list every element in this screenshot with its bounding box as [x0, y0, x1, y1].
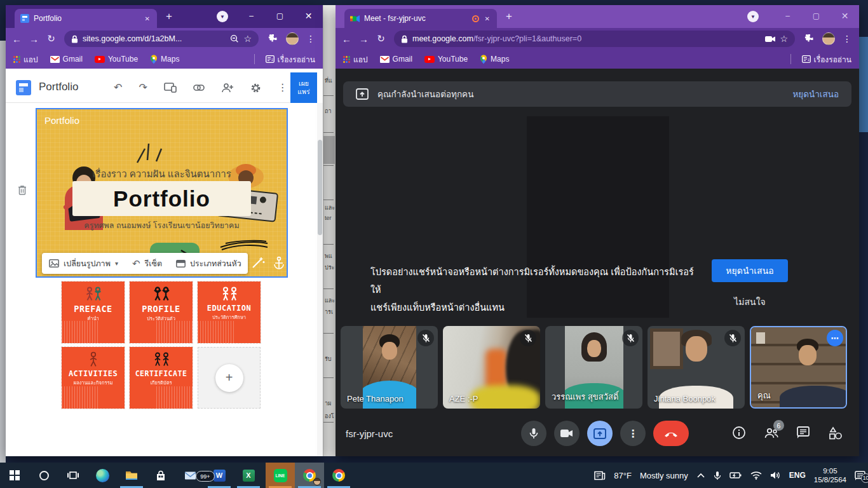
- browser-menu-icon[interactable]: ⋮: [843, 34, 851, 44]
- mic-button[interactable]: [521, 421, 546, 446]
- participant-tile[interactable]: Jintana Boonpok: [648, 326, 745, 409]
- extensions-puzzle-icon[interactable]: [268, 34, 278, 44]
- browser-menu-icon[interactable]: ⋮: [306, 34, 315, 44]
- tile-profile[interactable]: PROFILE ประวัติส่วนตัว: [130, 281, 193, 343]
- bookmark-gmail[interactable]: Gmail: [380, 55, 412, 64]
- bookmark-star-icon[interactable]: ☆: [243, 34, 252, 44]
- line-taskbar-icon[interactable]: LINE: [266, 463, 295, 488]
- bookmark-apps[interactable]: แอป: [343, 53, 368, 65]
- change-image-button[interactable]: เปลี่ยนรูปภาพ ▾: [42, 257, 125, 270]
- add-button[interactable]: +: [215, 364, 243, 392]
- address-bar[interactable]: sites.google.com/d/1a2bM... ☆: [64, 30, 259, 47]
- reload-button[interactable]: ↻: [43, 33, 60, 44]
- camera-button[interactable]: [554, 421, 580, 446]
- hang-up-button[interactable]: [653, 421, 689, 446]
- clock[interactable]: 9:05 15/8/2564: [814, 466, 846, 484]
- tab-search-icon[interactable]: ▼: [217, 11, 228, 22]
- minimize-button[interactable]: –: [773, 5, 802, 27]
- volume-icon[interactable]: [770, 471, 781, 480]
- undo-icon[interactable]: ↶: [114, 82, 122, 93]
- site-title[interactable]: Portfolio: [39, 81, 78, 93]
- close-button[interactable]: ✕: [294, 5, 323, 27]
- delete-section-icon[interactable]: [17, 184, 27, 196]
- close-button[interactable]: ✕: [831, 5, 859, 27]
- magic-wand-icon[interactable]: [251, 255, 265, 269]
- camera-in-use-icon[interactable]: [765, 36, 775, 43]
- editor-more-icon[interactable]: ⋮: [278, 82, 288, 93]
- battery-icon[interactable]: [729, 471, 742, 480]
- tile-certificate[interactable]: CERTIFICATE เกียรติบัตร: [130, 347, 193, 409]
- reading-list[interactable]: เรื่องรออ่าน: [266, 53, 315, 65]
- publish-button[interactable]: เผย แพร่: [290, 72, 317, 103]
- wifi-icon[interactable]: [750, 471, 762, 480]
- activities-icon[interactable]: [829, 426, 843, 440]
- reload-button[interactable]: ↻: [372, 33, 390, 44]
- mail-taskbar-icon[interactable]: 99+: [175, 463, 205, 488]
- start-button[interactable]: [0, 463, 29, 488]
- tile-activities[interactable]: ACTIVITIES ผลงานและกิจกรรม: [62, 347, 125, 409]
- anchor-icon[interactable]: [273, 256, 285, 270]
- new-tab-button[interactable]: +: [506, 10, 512, 23]
- task-view-button[interactable]: [58, 463, 88, 488]
- news-weather-icon[interactable]: [594, 471, 606, 480]
- forward-button[interactable]: →: [355, 34, 372, 44]
- minimize-button[interactable]: –: [237, 5, 266, 27]
- reading-list[interactable]: เรื่องรออ่าน: [802, 53, 851, 65]
- tab-meet[interactable]: Meet - fsr-yjpr-uvc ✕: [344, 9, 497, 28]
- bookmark-youtube[interactable]: YouTube: [95, 55, 138, 64]
- scrollbar-thumb[interactable]: [318, 140, 322, 235]
- tab-search-icon[interactable]: ▼: [747, 11, 759, 22]
- more-options-button[interactable]: ⋮: [620, 421, 646, 446]
- new-tab-button[interactable]: +: [166, 10, 172, 23]
- self-tile[interactable]: คุณ ⋯: [750, 326, 847, 409]
- participant-tile[interactable]: วรรณเพร สุขสวัสดิ์: [545, 326, 642, 409]
- participant-tile[interactable]: Pete Thanapon: [341, 326, 438, 409]
- chrome-taskbar-icon[interactable]: [324, 463, 353, 488]
- settings-gear-icon[interactable]: [250, 83, 261, 93]
- back-button[interactable]: ←: [338, 34, 355, 44]
- bookmark-apps[interactable]: แอป: [13, 53, 38, 65]
- device-preview-icon[interactable]: [164, 83, 177, 93]
- language-indicator[interactable]: ENG: [789, 471, 806, 480]
- tab-close-icon[interactable]: ✕: [484, 15, 491, 22]
- present-button[interactable]: [587, 421, 613, 446]
- back-button[interactable]: ←: [8, 34, 25, 44]
- extensions-puzzle-icon[interactable]: [804, 34, 815, 44]
- excel-taskbar-icon[interactable]: X: [234, 463, 263, 488]
- action-center-button[interactable]: 10: [855, 471, 865, 480]
- header-type-button[interactable]: ประเภทส่วนหัว: [169, 257, 248, 270]
- tile-options-icon[interactable]: ⋯: [827, 330, 843, 346]
- tile-education[interactable]: EDUCATION ประวัติการศึกษา: [198, 281, 261, 343]
- edge-taskbar-icon[interactable]: [88, 463, 117, 488]
- people-icon[interactable]: 6: [764, 426, 779, 439]
- tab-close-icon[interactable]: ✕: [144, 15, 151, 22]
- bookmark-youtube[interactable]: YouTube: [424, 55, 468, 64]
- file-explorer-taskbar-icon[interactable]: [117, 463, 146, 488]
- stop-presenting-button[interactable]: หยุดนำเสนอ: [712, 259, 788, 282]
- address-bar[interactable]: meet.google.com/fsr-yjpr-uvc?pli=1&authu…: [394, 30, 795, 47]
- stop-presenting-link[interactable]: หยุดนำเสนอ: [792, 87, 839, 101]
- dismiss-button[interactable]: ไม่สนใจ: [712, 295, 788, 309]
- weather-temp[interactable]: 87°F: [614, 471, 632, 480]
- bookmark-maps[interactable]: Maps: [480, 55, 509, 64]
- profile-avatar[interactable]: [822, 32, 835, 45]
- bookmark-gmail[interactable]: Gmail: [50, 55, 83, 64]
- reset-button[interactable]: ↶ รีเซ็ต: [125, 257, 169, 270]
- tile-preface[interactable]: PREFACE คำนำ: [62, 281, 125, 343]
- bookmark-star-icon[interactable]: ☆: [780, 34, 788, 44]
- share-add-person-icon[interactable]: [221, 83, 234, 93]
- bookmark-maps[interactable]: Maps: [150, 55, 179, 64]
- participant-tile[interactable]: AZE :-P: [443, 326, 540, 409]
- forward-button[interactable]: →: [25, 34, 43, 44]
- editor-scrollbar[interactable]: [317, 103, 323, 456]
- chat-icon[interactable]: [797, 426, 811, 439]
- store-taskbar-icon[interactable]: [146, 463, 175, 488]
- chrome-profile-taskbar-icon[interactable]: [295, 463, 324, 488]
- info-icon[interactable]: [732, 426, 746, 440]
- tab-portfolio[interactable]: Portfolio ✕: [15, 9, 157, 28]
- tray-mic-icon[interactable]: [714, 471, 721, 480]
- profile-avatar[interactable]: [286, 32, 299, 45]
- maximize-button[interactable]: ▢: [266, 5, 294, 27]
- redo-icon[interactable]: ↷: [139, 82, 147, 93]
- header-banner-section[interactable]: Portfolio: [36, 108, 288, 278]
